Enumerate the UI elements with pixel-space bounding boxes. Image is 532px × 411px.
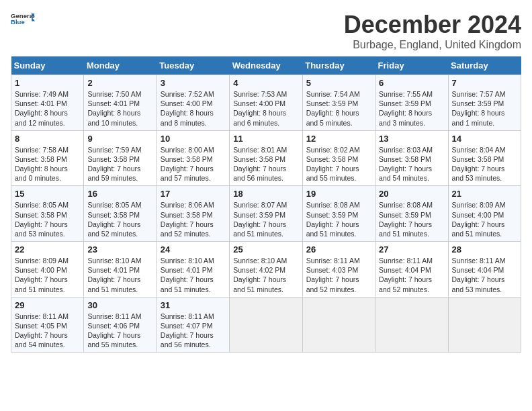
calendar-row-3: 22Sunrise: 8:09 AM Sunset: 4:00 PM Dayli…: [11, 242, 521, 298]
day-number: 19: [306, 189, 371, 199]
subtitle: Burbage, England, United Kingdom: [344, 39, 521, 51]
calendar-cell: 18Sunrise: 8:07 AM Sunset: 3:59 PM Dayli…: [230, 186, 302, 242]
day-info: Sunrise: 8:11 AM Sunset: 4:06 PM Dayligh…: [87, 312, 152, 350]
calendar-cell: 20Sunrise: 8:08 AM Sunset: 3:59 PM Dayli…: [375, 186, 448, 242]
dow-saturday: Saturday: [448, 56, 521, 75]
calendar-cell: [375, 297, 448, 353]
calendar-cell: 22Sunrise: 8:09 AM Sunset: 4:00 PM Dayli…: [11, 242, 84, 298]
day-number: 27: [379, 244, 444, 255]
calendar-cell: 5Sunrise: 7:54 AM Sunset: 3:59 PM Daylig…: [302, 75, 375, 131]
calendar-cell: 29Sunrise: 8:11 AM Sunset: 4:05 PM Dayli…: [11, 297, 84, 353]
calendar-row-0: 1Sunrise: 7:49 AM Sunset: 4:01 PM Daylig…: [11, 75, 521, 131]
dow-friday: Friday: [375, 56, 448, 75]
calendar-cell: [230, 297, 302, 353]
day-number: 11: [233, 134, 298, 144]
calendar-cell: 1Sunrise: 7:49 AM Sunset: 4:01 PM Daylig…: [11, 75, 84, 131]
day-info: Sunrise: 8:09 AM Sunset: 4:00 PM Dayligh…: [15, 256, 80, 294]
day-number: 17: [161, 189, 226, 199]
calendar-cell: 10Sunrise: 8:00 AM Sunset: 3:58 PM Dayli…: [157, 130, 229, 186]
calendar-table: SundayMondayTuesdayWednesdayThursdayFrid…: [11, 56, 521, 353]
calendar-cell: 12Sunrise: 8:02 AM Sunset: 3:58 PM Dayli…: [302, 130, 375, 186]
day-info: Sunrise: 7:52 AM Sunset: 4:00 PM Dayligh…: [161, 89, 226, 128]
day-number: 26: [306, 244, 371, 255]
logo: General Blue: [11, 11, 35, 27]
day-info: Sunrise: 8:00 AM Sunset: 3:58 PM Dayligh…: [161, 145, 226, 183]
day-number: 28: [452, 244, 517, 255]
calendar-row-2: 15Sunrise: 8:05 AM Sunset: 3:58 PM Dayli…: [11, 186, 521, 242]
day-number: 1: [15, 78, 80, 88]
dow-thursday: Thursday: [302, 56, 375, 75]
main-title: December 2024: [344, 11, 521, 39]
calendar-cell: 28Sunrise: 8:11 AM Sunset: 4:04 PM Dayli…: [448, 242, 521, 298]
day-number: 4: [233, 78, 298, 88]
days-of-week-header: SundayMondayTuesdayWednesdayThursdayFrid…: [11, 56, 521, 75]
day-info: Sunrise: 8:03 AM Sunset: 3:58 PM Dayligh…: [379, 145, 444, 183]
day-info: Sunrise: 8:02 AM Sunset: 3:58 PM Dayligh…: [306, 145, 371, 183]
title-area: December 2024 Burbage, England, United K…: [344, 11, 521, 51]
day-info: Sunrise: 8:10 AM Sunset: 4:01 PM Dayligh…: [161, 256, 226, 294]
calendar-cell: [448, 297, 521, 353]
calendar-cell: 7Sunrise: 7:57 AM Sunset: 3:59 PM Daylig…: [448, 75, 521, 131]
day-info: Sunrise: 8:05 AM Sunset: 3:58 PM Dayligh…: [15, 200, 80, 238]
day-info: Sunrise: 7:49 AM Sunset: 4:01 PM Dayligh…: [15, 89, 80, 128]
day-number: 3: [161, 78, 226, 88]
day-info: Sunrise: 8:01 AM Sunset: 3:58 PM Dayligh…: [233, 145, 298, 183]
dow-tuesday: Tuesday: [157, 56, 229, 75]
day-number: 20: [379, 189, 444, 199]
day-number: 15: [15, 189, 80, 199]
day-number: 8: [15, 134, 80, 144]
day-info: Sunrise: 8:11 AM Sunset: 4:07 PM Dayligh…: [161, 312, 226, 350]
calendar-cell: 9Sunrise: 7:59 AM Sunset: 3:58 PM Daylig…: [84, 130, 157, 186]
calendar-cell: 3Sunrise: 7:52 AM Sunset: 4:00 PM Daylig…: [157, 75, 229, 131]
calendar-cell: 31Sunrise: 8:11 AM Sunset: 4:07 PM Dayli…: [157, 297, 229, 353]
day-number: 14: [452, 134, 517, 144]
day-number: 22: [15, 244, 80, 255]
day-info: Sunrise: 8:07 AM Sunset: 3:59 PM Dayligh…: [233, 200, 298, 238]
calendar-cell: 21Sunrise: 8:09 AM Sunset: 4:00 PM Dayli…: [448, 186, 521, 242]
day-info: Sunrise: 8:08 AM Sunset: 3:59 PM Dayligh…: [379, 200, 444, 238]
calendar-body: 1Sunrise: 7:49 AM Sunset: 4:01 PM Daylig…: [11, 75, 521, 353]
day-info: Sunrise: 8:08 AM Sunset: 3:59 PM Dayligh…: [306, 200, 371, 238]
day-info: Sunrise: 8:11 AM Sunset: 4:03 PM Dayligh…: [306, 256, 371, 294]
calendar-cell: 16Sunrise: 8:05 AM Sunset: 3:58 PM Dayli…: [84, 186, 157, 242]
day-info: Sunrise: 8:06 AM Sunset: 3:58 PM Dayligh…: [161, 200, 226, 238]
calendar-cell: 27Sunrise: 8:11 AM Sunset: 4:04 PM Dayli…: [375, 242, 448, 298]
day-number: 10: [161, 134, 226, 144]
calendar-cell: 25Sunrise: 8:10 AM Sunset: 4:02 PM Dayli…: [230, 242, 302, 298]
dow-monday: Monday: [84, 56, 157, 75]
day-number: 2: [87, 78, 152, 88]
calendar-cell: 19Sunrise: 8:08 AM Sunset: 3:59 PM Dayli…: [302, 186, 375, 242]
calendar-row-1: 8Sunrise: 7:58 AM Sunset: 3:58 PM Daylig…: [11, 130, 521, 186]
day-info: Sunrise: 7:54 AM Sunset: 3:59 PM Dayligh…: [306, 89, 371, 128]
day-info: Sunrise: 8:09 AM Sunset: 4:00 PM Dayligh…: [452, 200, 517, 238]
day-number: 18: [233, 189, 298, 199]
day-info: Sunrise: 8:10 AM Sunset: 4:02 PM Dayligh…: [233, 256, 298, 294]
day-number: 12: [306, 134, 371, 144]
calendar-cell: 6Sunrise: 7:55 AM Sunset: 3:59 PM Daylig…: [375, 75, 448, 131]
day-info: Sunrise: 7:50 AM Sunset: 4:01 PM Dayligh…: [87, 89, 152, 128]
day-number: 30: [87, 300, 152, 310]
day-info: Sunrise: 7:57 AM Sunset: 3:59 PM Dayligh…: [452, 89, 517, 128]
calendar-cell: [302, 297, 375, 353]
calendar-cell: 15Sunrise: 8:05 AM Sunset: 3:58 PM Dayli…: [11, 186, 84, 242]
day-number: 6: [379, 78, 444, 88]
day-info: Sunrise: 7:59 AM Sunset: 3:58 PM Dayligh…: [87, 145, 152, 183]
dow-wednesday: Wednesday: [230, 56, 302, 75]
day-number: 13: [379, 134, 444, 144]
calendar-row-4: 29Sunrise: 8:11 AM Sunset: 4:05 PM Dayli…: [11, 297, 521, 353]
calendar-cell: 24Sunrise: 8:10 AM Sunset: 4:01 PM Dayli…: [157, 242, 229, 298]
day-info: Sunrise: 8:11 AM Sunset: 4:05 PM Dayligh…: [15, 312, 80, 350]
calendar-cell: 4Sunrise: 7:53 AM Sunset: 4:00 PM Daylig…: [230, 75, 302, 131]
day-number: 16: [87, 189, 152, 199]
day-info: Sunrise: 7:53 AM Sunset: 4:00 PM Dayligh…: [233, 89, 298, 128]
day-info: Sunrise: 8:04 AM Sunset: 3:58 PM Dayligh…: [452, 145, 517, 183]
calendar-cell: 13Sunrise: 8:03 AM Sunset: 3:58 PM Dayli…: [375, 130, 448, 186]
dow-sunday: Sunday: [11, 56, 84, 75]
day-number: 24: [161, 244, 226, 255]
day-number: 9: [87, 134, 152, 144]
day-number: 21: [452, 189, 517, 199]
calendar-cell: 8Sunrise: 7:58 AM Sunset: 3:58 PM Daylig…: [11, 130, 84, 186]
header: General Blue December 2024 Burbage, Engl…: [11, 11, 521, 51]
svg-text:Blue: Blue: [11, 18, 25, 26]
day-number: 31: [161, 300, 226, 310]
